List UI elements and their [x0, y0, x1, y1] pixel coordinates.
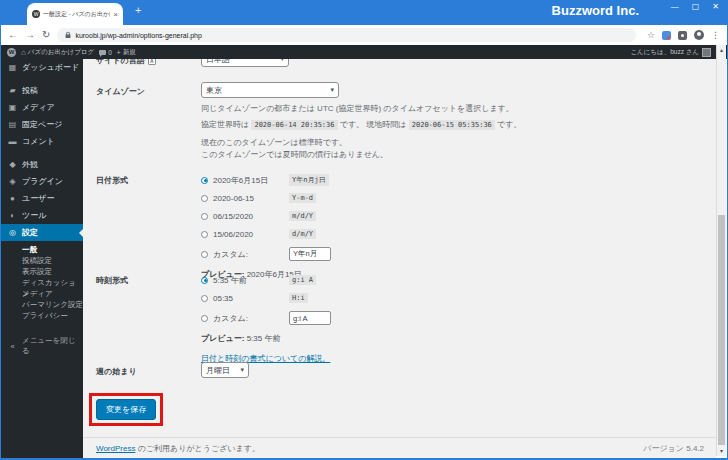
submenu-item-privacy[interactable]: プライバシー	[1, 310, 83, 321]
submenu-item-discussion[interactable]: ディスカッション	[1, 277, 83, 288]
time-format-custom-input[interactable]	[289, 311, 331, 325]
sidebar-item-settings[interactable]: ◎ 設定	[1, 224, 83, 241]
time-format-option[interactable]: 5:35 午前 g:i A	[201, 275, 706, 285]
time-format-option[interactable]: 05:35 H:i	[201, 293, 706, 303]
option-text[interactable]: 2020年6月15日	[213, 175, 289, 186]
submenu-item-general[interactable]: 一般	[1, 244, 83, 255]
date-format-custom[interactable]: カスタム:	[201, 247, 706, 261]
sidebar-item-label: メディア	[22, 102, 55, 113]
sidebar-item-plugins[interactable]: ◈ プラグイン	[1, 173, 83, 190]
save-changes-button[interactable]: 変更を保存	[96, 399, 156, 420]
sidebar-item-posts[interactable]: ▰ 投稿	[1, 82, 83, 99]
comments-icon: ▬	[8, 137, 17, 146]
collapse-icon: «	[8, 342, 17, 351]
timezone-times: 協定世界時は 2020-06-14 20:35:36 です。 現地時間は 202…	[201, 119, 706, 131]
radio-icon[interactable]	[201, 315, 208, 322]
timezone-note-1: 現在のこのタイムゾーンは標準時です。	[201, 137, 706, 149]
sidebar-item-label: 設定	[22, 227, 38, 238]
collapse-menu-button[interactable]: « メニューを閉じる	[1, 336, 83, 356]
tools-icon: ◐	[8, 211, 17, 220]
minimize-button[interactable]: —	[671, 2, 679, 11]
bookmark-star-icon[interactable]: ☆	[647, 30, 655, 40]
dashboard-icon: ▦	[8, 63, 17, 72]
sidebar-item-pages[interactable]: ▤ 固定ページ	[1, 116, 83, 133]
date-format-option[interactable]: 15/06/2020 d/m/Y	[201, 229, 706, 239]
time-format-custom[interactable]: カスタム:	[201, 311, 706, 325]
window-app-title: Buzzword Inc.	[552, 3, 639, 18]
tab-close-icon[interactable]: ×	[113, 10, 118, 19]
option-text[interactable]: 06/15/2020	[213, 212, 289, 221]
scrollbar-thumb[interactable]	[718, 215, 725, 445]
submenu-item-media[interactable]: メディア	[1, 288, 83, 299]
sidebar-item-users[interactable]: ● ユーザー	[1, 190, 83, 207]
date-format-custom-input[interactable]	[289, 247, 331, 261]
profile-icon[interactable]	[694, 30, 704, 40]
media-icon: ▣	[8, 103, 17, 112]
format-code: g:i A	[289, 275, 316, 285]
scroll-up-button[interactable]: ▴	[717, 45, 726, 55]
admin-bar-site-link[interactable]: ⌂ バズのお出かけブログ	[21, 48, 94, 57]
radio-icon[interactable]	[201, 231, 208, 238]
extensions-icon[interactable]	[678, 31, 687, 40]
radio-icon[interactable]	[201, 295, 208, 302]
back-icon[interactable]: ←	[8, 30, 18, 40]
date-format-option[interactable]: 06/15/2020 m/d/Y	[201, 211, 706, 221]
timezone-value: 東京	[206, 85, 222, 96]
settings-submenu: 一般 投稿設定 表示設定 ディスカッション メディア パーマリンク設定 プライバ…	[1, 241, 83, 323]
option-text[interactable]: 2020-06-15	[213, 194, 289, 203]
radio-icon[interactable]	[201, 213, 208, 220]
browser-menu-icon[interactable]: ⋮	[711, 30, 720, 40]
new-tab-button[interactable]: +	[135, 4, 141, 16]
sidebar-item-dashboard[interactable]: ▦ ダッシュボード	[1, 59, 83, 76]
reload-icon[interactable]: ↻	[42, 30, 50, 40]
plugins-icon: ◈	[8, 177, 17, 186]
sidebar-item-comments[interactable]: ▬ コメント	[1, 133, 83, 150]
sidebar-item-media[interactable]: ▣ メディア	[1, 99, 83, 116]
date-format-option[interactable]: 2020年6月15日 Y年n月j日	[201, 175, 706, 185]
option-text[interactable]: 5:35 午前	[213, 275, 289, 286]
settings-icon: ◎	[8, 228, 17, 237]
timezone-select[interactable]: 東京 ▾	[201, 82, 339, 98]
radio-checked-icon[interactable]	[201, 277, 208, 284]
option-text[interactable]: 15/06/2020	[213, 230, 289, 239]
timezone-label: タイムゾーン	[96, 82, 201, 160]
timezone-notes: 現在のこのタイムゾーンは標準時です。 このタイムゾーンでは夏時間の慣行はありませ…	[201, 137, 706, 160]
date-format-option[interactable]: 2020-06-15 Y-m-d	[201, 193, 706, 203]
pages-icon: ▤	[8, 120, 17, 129]
week-start-select[interactable]: 月曜日 ▾	[201, 362, 249, 378]
radio-checked-icon[interactable]	[201, 177, 208, 184]
wp-version: バージョン 5.4.2	[643, 443, 704, 454]
custom-label[interactable]: カスタム:	[213, 313, 289, 324]
custom-label[interactable]: カスタム:	[213, 249, 289, 260]
new-label: 新規	[123, 48, 136, 57]
submenu-item-writing[interactable]: 投稿設定	[1, 255, 83, 266]
user-avatar[interactable]	[702, 48, 711, 57]
week-start-label: 週の始まり	[96, 362, 201, 378]
admin-bar-comments-link[interactable]: 0	[99, 49, 112, 56]
sidebar-item-tools[interactable]: ◐ ツール	[1, 207, 83, 224]
forward-icon[interactable]: →	[25, 30, 35, 40]
sidebar-item-label: プラグイン	[22, 176, 63, 187]
format-code: d/m/Y	[289, 229, 316, 239]
scrollbar[interactable]: ▴ ▾	[716, 45, 726, 456]
submenu-item-reading[interactable]: 表示設定	[1, 266, 83, 277]
site-language-select[interactable]: 日本語 ▾	[201, 59, 289, 67]
radio-icon[interactable]	[201, 251, 208, 258]
utc-time: 2020-06-14 20:35:36	[251, 120, 337, 130]
scroll-down-button[interactable]: ▾	[717, 446, 726, 456]
wordpress-footer-link[interactable]: WordPress	[96, 444, 135, 453]
site-language-row: サイトの言語A 日本語 ▾	[96, 59, 706, 67]
maximize-button[interactable]: ▢	[692, 2, 700, 11]
browser-tab[interactable]: W 一般設定 - バズのお出かけ日記 — W ×	[27, 3, 123, 25]
admin-bar-greeting[interactable]: こんにちは、buzz さん	[630, 48, 699, 57]
address-bar[interactable]: kuroobi.jp/wp-admin/options-general.php	[57, 28, 636, 42]
option-text[interactable]: 05:35	[213, 294, 289, 303]
close-button[interactable]: ✕	[712, 2, 719, 11]
tab-favicon-icon: W	[32, 10, 40, 18]
admin-bar-new-link[interactable]: + 新規	[117, 48, 136, 57]
sidebar-item-appearance[interactable]: ◆ 外観	[1, 156, 83, 173]
submenu-item-permalinks[interactable]: パーマリンク設定	[1, 299, 83, 310]
radio-icon[interactable]	[201, 195, 208, 202]
wordpress-logo-icon[interactable]: W	[7, 48, 16, 57]
capture-extension-icon[interactable]	[662, 31, 671, 40]
